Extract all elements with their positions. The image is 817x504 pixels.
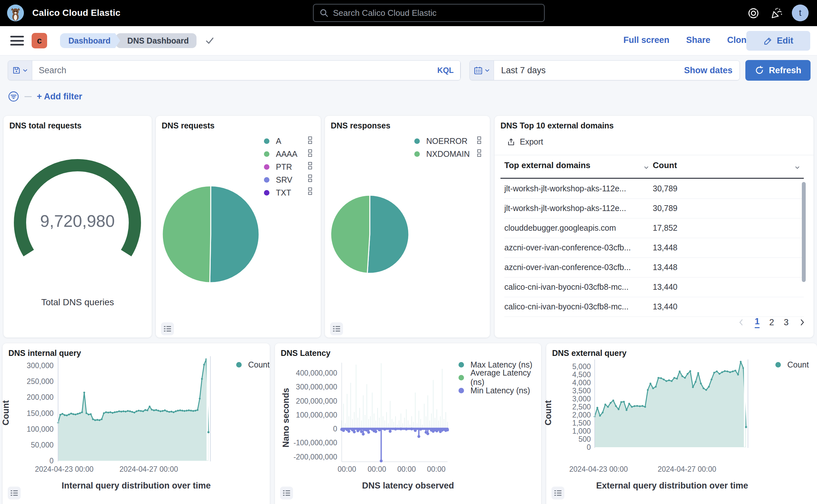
breadcrumb: Dashboard DNS Dashboard: [60, 33, 215, 48]
filter-icon[interactable]: [8, 91, 19, 102]
chart-legend: Max Latency (ns) Average Latency (ns) Mi…: [459, 358, 541, 397]
saved-query-menu-button[interactable]: [8, 61, 32, 80]
table-header: Top external domains Count: [504, 160, 804, 174]
svg-text:00:00: 00:00: [338, 465, 356, 473]
kql-search-input[interactable]: Search KQL: [32, 61, 460, 80]
time-range-display[interactable]: Last 7 days Show dates: [494, 61, 740, 80]
table-row[interactable]: calico-cni-ivan-byocni-03cfb8-mc...13,44…: [504, 297, 804, 317]
column-header-count[interactable]: Count: [653, 160, 677, 170]
top-bar: Calico Cloud Elastic Search Calico Cloud…: [0, 0, 817, 26]
svg-text:500: 500: [579, 435, 591, 443]
legend-actions-icon[interactable]: [308, 187, 312, 195]
filter-divider: [25, 96, 32, 97]
chart-caption: DNS latency observed: [275, 481, 541, 491]
help-icon[interactable]: [747, 7, 760, 19]
table-row[interactable]: jlt-worksh-jlt-workshop-aks-112e...30,78…: [504, 179, 804, 199]
svg-text:0: 0: [49, 457, 54, 465]
export-button[interactable]: Export: [507, 137, 543, 146]
search-icon: [319, 8, 328, 17]
share-button[interactable]: Share: [686, 35, 711, 45]
breadcrumb-dashboard[interactable]: Dashboard: [60, 33, 120, 48]
export-label: Export: [520, 137, 543, 146]
panel-title: DNS Top 10 external domains: [500, 121, 614, 130]
legend-actions-icon[interactable]: [308, 162, 312, 169]
pagination-next-icon[interactable]: [798, 318, 806, 327]
legend-item[interactable]: Count: [775, 358, 809, 371]
legend-actions-icon[interactable]: [308, 149, 312, 157]
dashboard-actions: Full screen Share Clone: [623, 35, 751, 45]
legend-item[interactable]: NOERROR: [414, 135, 470, 147]
app-logo[interactable]: [7, 5, 24, 21]
svg-text:300,000: 300,000: [27, 361, 54, 370]
app-title: Calico Cloud Elastic: [32, 8, 120, 18]
space-badge-letter: c: [37, 36, 42, 46]
pagination-page-1[interactable]: 1: [755, 317, 760, 328]
svg-text:150,000: 150,000: [27, 409, 54, 418]
user-avatar[interactable]: t: [792, 5, 809, 21]
calendar-menu-button[interactable]: [470, 61, 494, 80]
global-search-input[interactable]: Search Calico Cloud Elastic: [313, 4, 545, 22]
chart-legend: Count: [775, 358, 809, 371]
table-scrollbar[interactable]: [802, 182, 806, 282]
svg-text:100,000,000: 100,000,000: [296, 411, 337, 419]
table-row[interactable]: clouddebugger.googleapis.com17,852: [504, 218, 804, 238]
save-icon: [12, 66, 21, 75]
export-icon: [507, 138, 515, 146]
svg-text:400,000,000: 400,000,000: [296, 369, 337, 377]
svg-text:2024-04-27 00:00: 2024-04-27 00:00: [119, 465, 178, 473]
show-dates-button[interactable]: Show dates: [684, 66, 732, 76]
avatar-initial: t: [799, 8, 802, 18]
legend-item[interactable]: Average Latency (ns): [459, 371, 541, 384]
legend-item[interactable]: NXDOMAIN: [414, 147, 470, 160]
table-row[interactable]: azcni-over-ivan-conference-03cfb...13,44…: [504, 257, 804, 277]
svg-text:250,000: 250,000: [27, 377, 54, 386]
panel-legend-toggle-icon[interactable]: [551, 487, 564, 499]
panel-legend-toggle-icon[interactable]: [8, 487, 21, 499]
area-chart: 300,000250,000200,000150,000100,00050,00…: [3, 343, 270, 504]
panel-legend-toggle-icon[interactable]: [280, 487, 293, 499]
pagination-page-3[interactable]: 3: [784, 318, 789, 328]
sort-chevron-icon[interactable]: [643, 163, 650, 173]
legend-item[interactable]: A: [264, 135, 298, 147]
pagination-page-2[interactable]: 2: [769, 318, 774, 328]
edit-button[interactable]: Edit: [746, 31, 810, 51]
svg-text:200,000: 200,000: [27, 393, 54, 401]
svg-text:4,500: 4,500: [572, 370, 591, 379]
full-screen-button[interactable]: Full screen: [623, 35, 670, 45]
add-filter-button[interactable]: + Add filter: [37, 92, 82, 102]
pencil-icon: [763, 36, 772, 45]
legend-item[interactable]: AAAA: [264, 147, 298, 160]
panel-legend-toggle-icon[interactable]: [330, 322, 343, 335]
legend-actions-icon[interactable]: [477, 149, 481, 157]
kql-language-button[interactable]: KQL: [437, 66, 454, 75]
refresh-button-label: Refresh: [769, 66, 802, 76]
table-row[interactable]: azcni-over-ivan-conference-03cfb...13,44…: [504, 238, 804, 258]
legend-actions-icon[interactable]: [308, 175, 312, 182]
refresh-button[interactable]: Refresh: [745, 60, 811, 81]
legend-item[interactable]: SRV: [264, 173, 298, 186]
sort-chevron-icon[interactable]: [794, 163, 801, 173]
svg-text:00:00: 00:00: [427, 465, 446, 473]
svg-text:2,500: 2,500: [572, 403, 591, 411]
panel-top-external-domains: DNS Top 10 external domains Export Top e…: [495, 116, 813, 338]
legend-item[interactable]: TXT: [264, 186, 298, 199]
svg-text:-200,000,000: -200,000,000: [293, 453, 337, 461]
legend-item[interactable]: PTR: [264, 160, 298, 173]
pagination-prev-icon[interactable]: [737, 318, 745, 327]
legend-actions-icon[interactable]: [308, 136, 312, 144]
menu-hamburger-icon[interactable]: [10, 36, 24, 45]
legend-item[interactable]: Min Latency (ns): [459, 384, 541, 397]
legend-item[interactable]: Count: [236, 358, 270, 371]
legend-actions-icon[interactable]: [477, 136, 481, 144]
chart-legend: Count: [236, 358, 270, 371]
table-row[interactable]: calico-cni-ivan-byocni-03cfb8-mc...13,44…: [504, 277, 804, 297]
table-row[interactable]: jlt-worksh-jlt-workshop-aks-112e...30,78…: [504, 198, 804, 218]
svg-text:00:00: 00:00: [397, 465, 416, 473]
svg-text:2024-04-27 00:00: 2024-04-27 00:00: [658, 465, 716, 473]
svg-text:4,000: 4,000: [572, 378, 591, 387]
column-header-domain[interactable]: Top external domains: [504, 160, 590, 170]
space-badge[interactable]: c: [32, 33, 47, 48]
panel-legend-toggle-icon[interactable]: [161, 322, 174, 335]
gauge-caption: Total DNS queries: [4, 297, 152, 307]
news-party-popper-icon[interactable]: [771, 7, 783, 19]
